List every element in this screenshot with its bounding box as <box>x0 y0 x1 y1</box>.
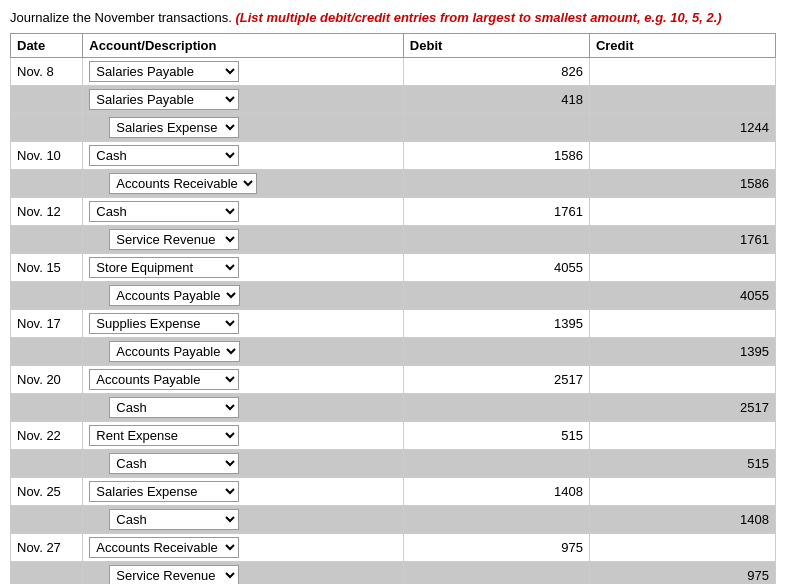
date-cell <box>11 86 83 114</box>
date-cell: Nov. 17 <box>11 310 83 338</box>
date-cell <box>11 114 83 142</box>
account-select[interactable]: Cash <box>109 509 239 530</box>
date-cell <box>11 394 83 422</box>
account-select[interactable]: Accounts Payable <box>89 369 239 390</box>
date-cell <box>11 338 83 366</box>
account-cell[interactable]: Cash <box>83 450 403 478</box>
col-header-debit: Debit <box>403 34 589 58</box>
date-cell: Nov. 15 <box>11 254 83 282</box>
account-select[interactable]: Salaries Payable <box>89 61 239 82</box>
table-row: Nov. 27Accounts Receivable975 <box>11 534 776 562</box>
account-cell[interactable]: Accounts Receivable <box>83 534 403 562</box>
credit-cell <box>589 198 775 226</box>
account-select[interactable]: Cash <box>109 453 239 474</box>
account-cell[interactable]: Salaries Payable <box>83 58 403 86</box>
debit-cell: 975 <box>403 534 589 562</box>
table-row: Accounts Payable1395 <box>11 338 776 366</box>
account-cell[interactable]: Accounts Payable <box>83 282 403 310</box>
date-cell <box>11 450 83 478</box>
account-select[interactable]: Service Revenue <box>109 565 239 584</box>
debit-cell <box>403 170 589 198</box>
account-cell[interactable]: Store Equipment <box>83 254 403 282</box>
credit-cell: 1395 <box>589 338 775 366</box>
credit-cell: 1244 <box>589 114 775 142</box>
account-cell[interactable]: Cash <box>83 394 403 422</box>
account-select[interactable]: Service Revenue <box>109 229 239 250</box>
account-select[interactable]: Accounts Payable <box>109 285 240 306</box>
account-select[interactable]: Accounts Receivable <box>109 173 257 194</box>
credit-cell: 4055 <box>589 282 775 310</box>
col-header-date: Date <box>11 34 83 58</box>
date-cell: Nov. 25 <box>11 478 83 506</box>
debit-cell: 4055 <box>403 254 589 282</box>
credit-cell: 515 <box>589 450 775 478</box>
credit-cell <box>589 366 775 394</box>
account-cell[interactable]: Cash <box>83 506 403 534</box>
table-row: Nov. 20Accounts Payable2517 <box>11 366 776 394</box>
account-cell[interactable]: Accounts Receivable <box>83 170 403 198</box>
debit-cell <box>403 338 589 366</box>
date-cell: Nov. 12 <box>11 198 83 226</box>
account-cell[interactable]: Supplies Expense <box>83 310 403 338</box>
date-cell: Nov. 27 <box>11 534 83 562</box>
account-cell[interactable]: Salaries Expense <box>83 114 403 142</box>
account-select[interactable]: Accounts Payable <box>109 341 240 362</box>
credit-cell <box>589 422 775 450</box>
account-select[interactable]: Salaries Payable <box>89 89 239 110</box>
debit-cell: 515 <box>403 422 589 450</box>
date-cell: Nov. 10 <box>11 142 83 170</box>
table-row: Cash2517 <box>11 394 776 422</box>
debit-cell: 1408 <box>403 478 589 506</box>
account-cell[interactable]: Cash <box>83 198 403 226</box>
table-row: Nov. 8Salaries Payable826 <box>11 58 776 86</box>
table-row: Nov. 12Cash1761 <box>11 198 776 226</box>
account-select[interactable]: Cash <box>109 397 239 418</box>
credit-cell <box>589 478 775 506</box>
debit-cell: 1586 <box>403 142 589 170</box>
account-cell[interactable]: Cash <box>83 142 403 170</box>
instructions-text: Journalize the November transactions. <box>10 10 232 25</box>
debit-cell: 2517 <box>403 366 589 394</box>
account-cell[interactable]: Salaries Expense <box>83 478 403 506</box>
account-cell[interactable]: Service Revenue <box>83 226 403 254</box>
date-cell: Nov. 20 <box>11 366 83 394</box>
col-header-account: Account/Description <box>83 34 403 58</box>
col-header-credit: Credit <box>589 34 775 58</box>
table-row: Accounts Receivable1586 <box>11 170 776 198</box>
credit-cell <box>589 254 775 282</box>
debit-cell <box>403 282 589 310</box>
date-cell <box>11 170 83 198</box>
credit-cell: 2517 <box>589 394 775 422</box>
account-select[interactable]: Salaries Expense <box>89 481 239 502</box>
account-select[interactable]: Rent Expense <box>89 425 239 446</box>
table-row: Cash1408 <box>11 506 776 534</box>
table-row: Nov. 17Supplies Expense1395 <box>11 310 776 338</box>
account-select[interactable]: Supplies Expense <box>89 313 239 334</box>
date-cell: Nov. 22 <box>11 422 83 450</box>
account-cell[interactable]: Accounts Payable <box>83 338 403 366</box>
credit-cell: 1408 <box>589 506 775 534</box>
account-select[interactable]: Store Equipment <box>89 257 239 278</box>
account-select[interactable]: Cash <box>89 201 239 222</box>
credit-cell <box>589 310 775 338</box>
credit-cell: 1761 <box>589 226 775 254</box>
table-row: Nov. 10Cash1586 <box>11 142 776 170</box>
credit-cell <box>589 58 775 86</box>
date-cell <box>11 506 83 534</box>
account-select[interactable]: Salaries Expense <box>109 117 239 138</box>
account-select[interactable]: Accounts Receivable <box>89 537 239 558</box>
table-row: Nov. 22Rent Expense515 <box>11 422 776 450</box>
account-cell[interactable]: Rent Expense <box>83 422 403 450</box>
account-cell[interactable]: Service Revenue <box>83 562 403 585</box>
account-cell[interactable]: Salaries Payable <box>83 86 403 114</box>
account-select[interactable]: Cash <box>89 145 239 166</box>
debit-cell <box>403 226 589 254</box>
date-cell <box>11 226 83 254</box>
table-row: Accounts Payable4055 <box>11 282 776 310</box>
debit-cell <box>403 562 589 585</box>
debit-cell <box>403 394 589 422</box>
table-row: Nov. 25Salaries Expense1408 <box>11 478 776 506</box>
account-cell[interactable]: Accounts Payable <box>83 366 403 394</box>
credit-cell <box>589 142 775 170</box>
credit-cell: 1586 <box>589 170 775 198</box>
